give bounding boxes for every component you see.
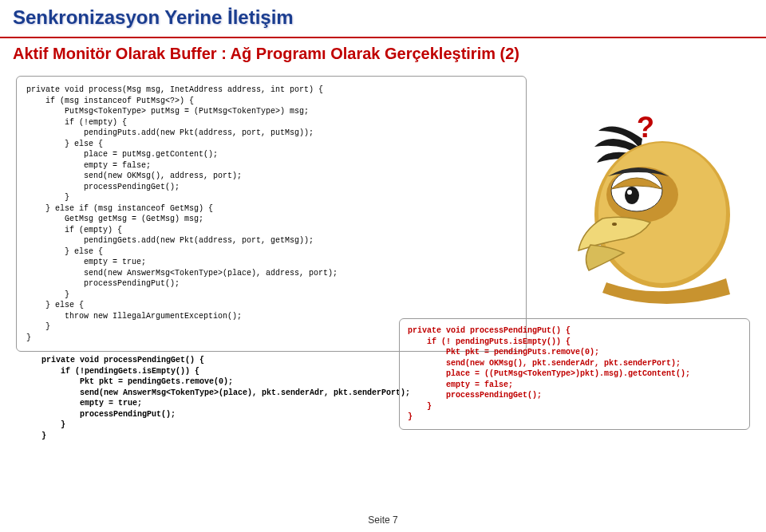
question-mark-callout: ? (637, 111, 654, 144)
page-subtitle: Aktif Monitör Olarak Buffer : Ağ Program… (0, 45, 766, 63)
code-process: private void process(Msg msg, InetAddres… (16, 76, 527, 352)
svg-point-5 (627, 190, 632, 195)
content-area: private void process(Msg msg, InetAddres… (0, 63, 766, 441)
page-footer: Seite 7 (0, 514, 766, 526)
bird-illustration (567, 111, 742, 310)
svg-point-6 (612, 223, 617, 226)
code-pending-put: private void processPendingPut() { if (!… (399, 318, 750, 430)
page-title: Senkronizasyon Yerine İletişim (13, 6, 753, 29)
svg-point-4 (625, 187, 639, 204)
header-divider (0, 37, 766, 38)
